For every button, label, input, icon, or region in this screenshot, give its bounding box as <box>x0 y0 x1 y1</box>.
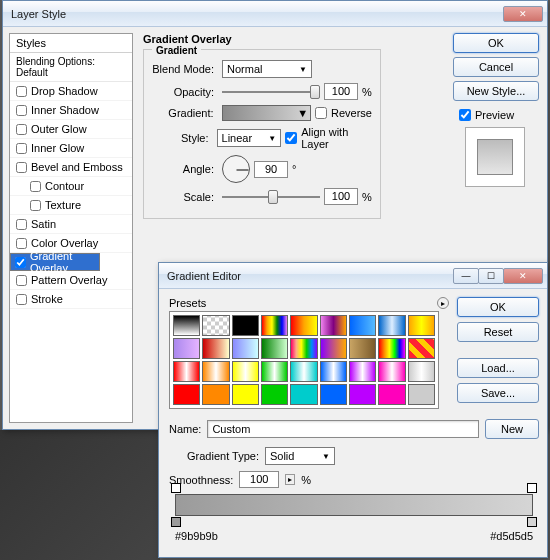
presets-menu-icon[interactable]: ▸ <box>437 297 449 309</box>
preset-swatch[interactable] <box>408 384 435 405</box>
style-checkbox[interactable] <box>16 86 27 97</box>
style-item[interactable]: Inner Glow <box>10 139 132 158</box>
style-select[interactable]: Linear▼ <box>217 129 282 147</box>
style-checkbox[interactable] <box>30 181 41 192</box>
preset-swatch[interactable] <box>290 315 317 336</box>
preset-swatch[interactable] <box>202 361 229 382</box>
new-style-button[interactable]: New Style... <box>453 81 539 101</box>
preset-swatch[interactable] <box>290 361 317 382</box>
save-button[interactable]: Save... <box>457 383 539 403</box>
style-item[interactable]: Outer Glow <box>10 120 132 139</box>
scale-slider[interactable] <box>222 190 320 204</box>
preset-swatch[interactable] <box>320 361 347 382</box>
preset-grid <box>169 311 439 409</box>
opacity-slider[interactable] <box>222 85 320 99</box>
gradient-type-select[interactable]: Solid▼ <box>265 447 335 465</box>
style-item[interactable]: Texture <box>10 196 132 215</box>
style-item[interactable]: Bevel and Emboss <box>10 158 132 177</box>
style-checkbox[interactable] <box>16 124 27 135</box>
titlebar[interactable]: Layer Style ✕ <box>3 1 547 27</box>
blend-mode-select[interactable]: Normal▼ <box>222 60 312 78</box>
preset-swatch[interactable] <box>261 338 288 359</box>
preset-swatch[interactable] <box>290 384 317 405</box>
preset-swatch[interactable] <box>408 315 435 336</box>
titlebar[interactable]: Gradient Editor — ☐ ✕ <box>159 263 547 289</box>
reverse-checkbox[interactable] <box>315 107 327 119</box>
gradient-band[interactable] <box>175 494 533 516</box>
preset-swatch[interactable] <box>378 384 405 405</box>
preset-swatch[interactable] <box>261 361 288 382</box>
preset-swatch[interactable] <box>202 384 229 405</box>
maximize-icon[interactable]: ☐ <box>478 268 504 284</box>
preset-swatch[interactable] <box>408 338 435 359</box>
preset-swatch[interactable] <box>320 338 347 359</box>
preset-swatch[interactable] <box>320 384 347 405</box>
style-item[interactable]: Stroke <box>10 290 132 309</box>
preset-swatch[interactable] <box>173 315 200 336</box>
smoothness-value[interactable]: 100 <box>239 471 279 488</box>
ok-button[interactable]: OK <box>453 33 539 53</box>
close-icon[interactable]: ✕ <box>503 6 543 22</box>
close-icon[interactable]: ✕ <box>503 268 543 284</box>
reset-button[interactable]: Reset <box>457 322 539 342</box>
style-checkbox[interactable] <box>16 275 27 286</box>
preset-swatch[interactable] <box>232 315 259 336</box>
minimize-icon[interactable]: — <box>453 268 479 284</box>
preset-swatch[interactable] <box>232 361 259 382</box>
styles-header[interactable]: Styles <box>10 34 132 53</box>
color-stop-left[interactable] <box>171 517 181 527</box>
style-checkbox[interactable] <box>16 294 27 305</box>
cancel-button[interactable]: Cancel <box>453 57 539 77</box>
new-button[interactable]: New <box>485 419 539 439</box>
preset-swatch[interactable] <box>202 315 229 336</box>
align-checkbox[interactable] <box>285 132 297 144</box>
preset-swatch[interactable] <box>378 361 405 382</box>
load-button[interactable]: Load... <box>457 358 539 378</box>
chevron-right-icon[interactable]: ▸ <box>285 474 295 485</box>
style-checkbox[interactable] <box>16 219 27 230</box>
preset-swatch[interactable] <box>408 361 435 382</box>
preset-swatch[interactable] <box>232 384 259 405</box>
preset-swatch[interactable] <box>202 338 229 359</box>
opacity-stop-right[interactable] <box>527 483 537 493</box>
style-item[interactable]: Contour <box>10 177 132 196</box>
style-item[interactable]: Pattern Overlay <box>10 271 132 290</box>
style-item[interactable]: Satin <box>10 215 132 234</box>
style-checkbox[interactable] <box>16 162 27 173</box>
ok-button[interactable]: OK <box>457 297 539 317</box>
gradient-group: Gradient Blend Mode: Normal▼ Opacity: 10… <box>143 49 381 219</box>
preset-swatch[interactable] <box>349 384 376 405</box>
preset-swatch[interactable] <box>232 338 259 359</box>
preset-swatch[interactable] <box>290 338 317 359</box>
angle-dial[interactable] <box>222 155 250 183</box>
preview-checkbox[interactable] <box>459 109 471 121</box>
angle-value[interactable]: 90 <box>254 161 288 178</box>
presets-label: Presets <box>169 297 206 309</box>
style-checkbox[interactable] <box>16 238 27 249</box>
style-checkbox[interactable] <box>16 105 27 116</box>
blending-options[interactable]: Blending Options: Default <box>10 53 132 82</box>
preset-swatch[interactable] <box>378 315 405 336</box>
preset-swatch[interactable] <box>173 384 200 405</box>
style-item[interactable]: Gradient Overlay <box>10 253 100 271</box>
style-checkbox[interactable] <box>30 200 41 211</box>
preset-swatch[interactable] <box>349 315 376 336</box>
preset-swatch[interactable] <box>378 338 405 359</box>
color-stop-right[interactable] <box>527 517 537 527</box>
preset-swatch[interactable] <box>261 384 288 405</box>
opacity-value[interactable]: 100 <box>324 83 358 100</box>
style-checkbox[interactable] <box>16 143 27 154</box>
style-item[interactable]: Inner Shadow <box>10 101 132 120</box>
preset-swatch[interactable] <box>349 361 376 382</box>
style-item[interactable]: Drop Shadow <box>10 82 132 101</box>
preset-swatch[interactable] <box>173 361 200 382</box>
name-input[interactable] <box>207 420 479 438</box>
gradient-picker[interactable]: ▼ <box>222 105 311 121</box>
scale-value[interactable]: 100 <box>324 188 358 205</box>
preset-swatch[interactable] <box>320 315 347 336</box>
preset-swatch[interactable] <box>349 338 376 359</box>
preset-swatch[interactable] <box>173 338 200 359</box>
preset-swatch[interactable] <box>261 315 288 336</box>
opacity-stop-left[interactable] <box>171 483 181 493</box>
style-checkbox[interactable] <box>15 257 26 268</box>
